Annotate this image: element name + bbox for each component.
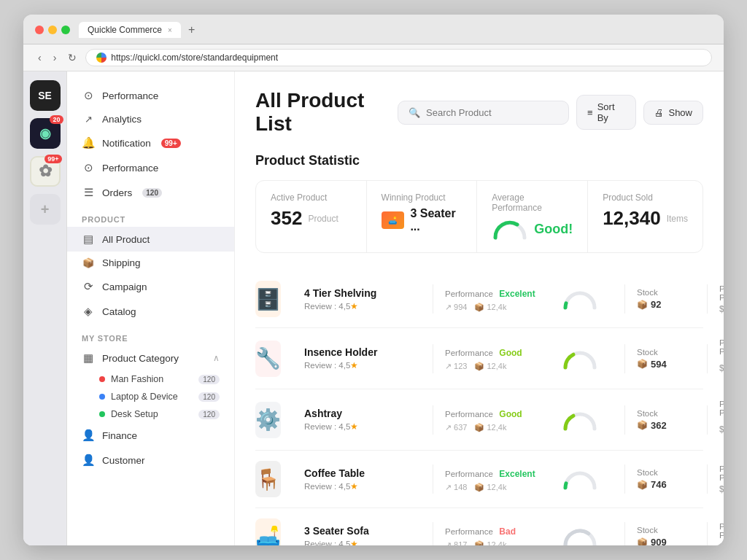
sidebar-label-campaign: Campaign (102, 281, 147, 292)
show-label: Show (668, 107, 692, 118)
stats-section-title: Product Statistic (255, 153, 703, 168)
perf-stat2: 📦 12,4k (474, 303, 506, 312)
sub-item-laptop-device[interactable]: Laptop & Device 120 (85, 388, 234, 405)
sidebar-item-finance[interactable]: 👤 Finance (67, 423, 234, 448)
tab-bar: Quickle Commerce × + (79, 22, 712, 38)
divider2 (624, 344, 625, 373)
stock-col: Stock 📦 92 (637, 288, 695, 310)
app-icon-dark[interactable]: ◉ 20 (30, 118, 61, 149)
product-info: Ashtray Review : 4,5★ (304, 408, 421, 432)
sub-item-man-fashion[interactable]: Man Fashion 120 (85, 370, 234, 388)
stat-label-winning: Winning Product (382, 192, 462, 203)
man-fashion-count: 120 (198, 375, 220, 384)
stat-label-active: Active Product (271, 192, 352, 203)
show-button[interactable]: 🖨 Show (643, 101, 703, 125)
product-row[interactable]: 🪑 Coffee Table Review : 4,5★ Performance… (255, 451, 703, 508)
price-label: Product Price (719, 338, 724, 356)
close-button[interactable] (35, 26, 44, 34)
dollar-icon: $ (719, 424, 724, 435)
stock-label: Stock (637, 468, 695, 477)
refresh-button[interactable]: ↻ (65, 50, 80, 65)
perf-label: Performance (445, 527, 493, 536)
active-tab[interactable]: Quickle Commerce × (79, 22, 181, 38)
product-row[interactable]: 🔧 Insence Holder Review : 4,5★ Performan… (255, 328, 703, 389)
url-bar[interactable]: https://quickl.com/store/standardequipme… (85, 49, 712, 66)
shipping-icon: 📦 (82, 257, 95, 268)
performance-col: Performance Good ↗ 637 📦 12,4k (445, 407, 562, 432)
price-value: $ Custom (719, 484, 724, 494)
performance-col: Performance Excelent ↗ 148 📦 12,4k (445, 467, 562, 492)
gauge-col (562, 287, 613, 311)
main-content: All Product List 🔍 ≡ Sort By 🖨 Show (235, 71, 724, 545)
product-info: 4 Tier Shelving Review : 4,5★ (304, 287, 421, 311)
maximize-button[interactable] (61, 26, 70, 34)
stat-number-winning: 3 Seater ... (410, 207, 462, 233)
product-info: Insence Holder Review : 4,5★ (304, 346, 421, 370)
sidebar-item-all-product[interactable]: ▤ All Product (67, 227, 234, 252)
price-value: $ Custom (719, 304, 724, 314)
search-input[interactable] (426, 107, 558, 118)
winning-product-image: 🛋️ (382, 211, 405, 229)
sidebar-item-campaign[interactable]: ⟳ Campaign (67, 274, 234, 299)
forward-button[interactable]: › (50, 50, 60, 65)
browser-logo (96, 52, 107, 63)
price-col: Product Price $ Custom (719, 464, 724, 494)
sort-by-button[interactable]: ≡ Sort By (576, 95, 636, 130)
new-tab-button[interactable]: + (184, 22, 199, 38)
sidebar-item-orders[interactable]: ☰ Orders 120 (67, 180, 234, 205)
sidebar-label-all-product: All Product (102, 234, 150, 245)
divider3 (707, 522, 708, 545)
app-badge-gold: 99+ (44, 155, 61, 163)
product-row[interactable]: 🛋️ 3 Seater Sofa Review : 4,5★ Performan… (255, 508, 703, 545)
stock-col: Stock 📦 594 (637, 348, 695, 370)
app-badge-dark: 20 (50, 115, 63, 124)
perf-value: Good (499, 348, 522, 358)
stat-card-avg-perf: Average Performance Good! (477, 181, 588, 252)
perf-stat2: 📦 12,4k (474, 423, 506, 432)
sidebar-item-shipping[interactable]: 📦 Shipping (67, 252, 234, 274)
tab-close-button[interactable]: × (168, 26, 172, 34)
search-icon: 🔍 (409, 107, 420, 118)
back-button[interactable]: ‹ (35, 50, 44, 65)
stock-value: 📦 594 (637, 359, 695, 370)
sort-label: Sort By (597, 101, 626, 123)
app-icon-add[interactable]: + (30, 194, 61, 225)
sidebar-item-product-category[interactable]: ▦ Product Category ∧ (67, 346, 234, 370)
gauge-col (562, 525, 613, 545)
gauge-col (562, 467, 613, 491)
price-col: Product Price $ Custom (719, 522, 724, 546)
page-title: All Product List (255, 89, 398, 136)
product-review: Review : 4,5★ (304, 421, 421, 432)
stock-col: Stock 📦 909 (637, 526, 695, 545)
search-box[interactable]: 🔍 (398, 101, 569, 125)
stat-card-active: Active Product 352 Product (256, 181, 367, 252)
price-col: Product Price $ Custom (719, 284, 724, 314)
sub-label-laptop-device: Laptop & Device (111, 392, 178, 402)
sidebar-item-catalog[interactable]: ◈ Catalog (67, 299, 234, 324)
app-icon-se[interactable]: SE (30, 80, 61, 111)
app-icon-gold[interactable]: ✿ 99+ (30, 156, 61, 187)
sidebar-item-customer[interactable]: 👤 Customer (67, 448, 234, 472)
perf-value: Good (499, 409, 522, 419)
all-product-icon: ▤ (82, 233, 95, 246)
sub-item-desk-setup[interactable]: Desk Setup 120 (85, 405, 234, 423)
box-icon: 📦 (637, 300, 648, 310)
sidebar-item-performance-top[interactable]: ⊙ Performance (67, 83, 234, 108)
sidebar-label-finance: Finance (102, 430, 137, 441)
sidebar-label-performance: Performance (102, 163, 158, 174)
perf-value: Excelent (499, 469, 535, 479)
sidebar-item-notification[interactable]: 🔔 Notification 99+ (67, 131, 234, 155)
product-row[interactable]: 🗄️ 4 Tier Shelving Review : 4,5★ Perform… (255, 271, 703, 328)
sidebar-item-performance[interactable]: ⊙ Performance (67, 155, 234, 180)
sidebar-item-analytics[interactable]: ↗ Analytics (67, 108, 234, 131)
product-row[interactable]: ⚙️ Ashtray Review : 4,5★ Performance Goo… (255, 389, 703, 451)
stock-col: Stock 📦 362 (637, 409, 695, 431)
dollar-icon: $ (719, 363, 724, 373)
minimize-button[interactable] (48, 26, 57, 34)
stats-row: Active Product 352 Product Winning Produ… (255, 180, 703, 253)
perf-stat2: 📦 12,4k (474, 540, 506, 546)
sub-label-desk-setup: Desk Setup (111, 409, 158, 419)
perf-value: Excelent (499, 289, 535, 299)
browser-frame: Quickle Commerce × + ‹ › ↻ https://quick… (23, 15, 724, 545)
notification-badge: 99+ (161, 139, 181, 148)
